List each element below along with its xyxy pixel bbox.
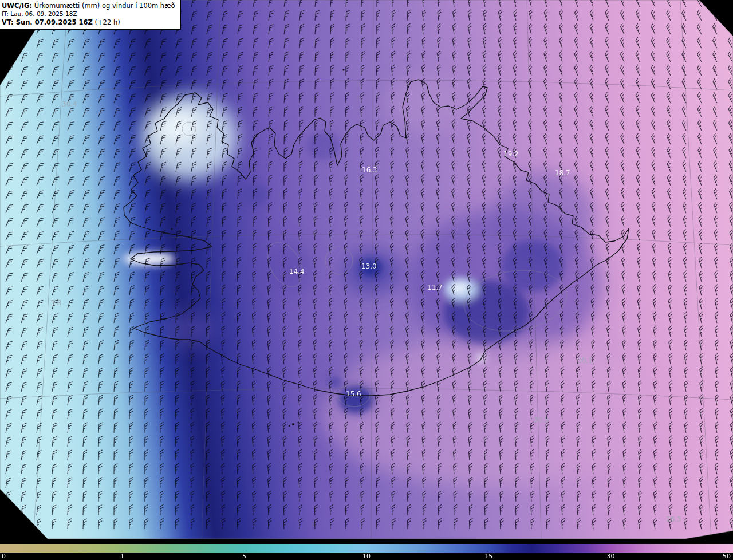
colorbar-gradient [0,544,733,553]
map-value-label: 18.7 [555,169,570,177]
map-domain-layer: 30.416.319.218.714.413.011.715.630.530.1… [0,0,733,543]
map-value-label: 13.0 [361,262,377,270]
colorbar-tick: 50 [723,553,731,560]
map-title-line: UWC/IG: Úrkomumætti (mm) og vindur í 100… [2,2,175,10]
map-value-label: 11.7 [427,283,443,291]
map-value-label: 30.4 [62,100,77,108]
colorbar-ticks: 0 1 5 10 15 30 50 [0,553,733,560]
colorbar-tick: 30 [607,553,615,560]
title-box: UWC/IG: Úrkomumætti (mm) og vindur í 100… [0,0,181,30]
colorbar-tick: 5 [242,553,246,560]
valid-time-line: VT: Sun. 07.09.2025 16Z (+22 h) [2,18,175,27]
valid-offset: (+22 h) [93,18,120,26]
map-value-label: 30.1 [577,357,593,365]
init-time: IT: Lau. 06. 09. 2025 18Z [2,10,175,18]
colorbar-tick: 15 [484,553,492,560]
colorbar: 0 1 5 10 15 30 50 [0,543,733,560]
map-value-label: 19.2 [503,150,519,158]
map-title: Úrkomumætti (mm) og vindur í 100m hæð [32,2,175,10]
weather-map-page: 30.416.319.218.714.413.011.715.630.530.1… [0,0,733,560]
valid-time: VT: Sun. 07.09.2025 16Z [2,18,93,26]
map-value-label: 16.3 [362,166,377,174]
map-value-label: 26.3 [666,515,681,523]
map-value-label: 14.4 [289,267,305,275]
map-canvas: 30.416.319.218.714.413.011.715.630.530.1… [0,0,733,543]
map-value-label: 30.5 [534,416,549,424]
colorbar-tick: 0 [2,553,6,560]
map-value-label: 3.8 [50,299,61,307]
map-value-label: 15.6 [346,390,361,398]
colorbar-tick: 1 [120,553,124,560]
model-label: UWC/IG: [2,2,32,10]
colorbar-tick: 10 [362,553,371,560]
